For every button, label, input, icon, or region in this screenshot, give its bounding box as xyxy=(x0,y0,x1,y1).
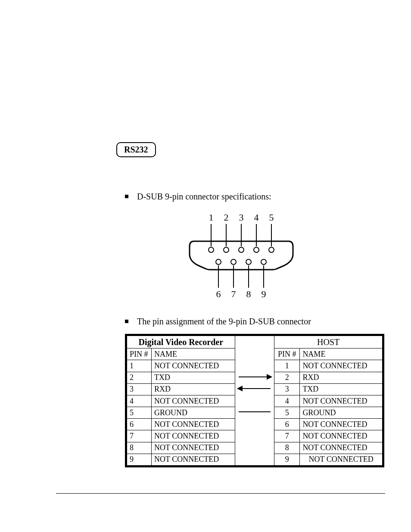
section-label-box: RS232 xyxy=(116,142,156,157)
col-header-name-right: NAME xyxy=(300,348,383,360)
left-name: NOT CONNECTED xyxy=(152,419,235,430)
table-row: Digital Video Recorder xyxy=(126,335,383,348)
col-header-pin-left: PIN # xyxy=(126,348,152,360)
left-name: NOT CONNECTED xyxy=(152,442,235,454)
pin-label-5: 5 xyxy=(269,212,274,223)
pin-label-6: 6 xyxy=(216,289,221,299)
bullet-spec-text: D-SUB 9-pin connector specifications: xyxy=(137,192,271,202)
left-pin: 3 xyxy=(126,383,152,395)
right-pin: 2 xyxy=(274,372,300,383)
col-header-pin-right: PIN # xyxy=(274,348,300,360)
right-name: GROUND xyxy=(300,407,383,419)
left-pin: 9 xyxy=(126,454,152,466)
bullet-icon xyxy=(125,320,128,323)
pin-label-3: 3 xyxy=(239,212,244,223)
dsub9-diagram: 1 2 3 4 5 xyxy=(181,211,302,306)
left-pin: 1 xyxy=(126,360,152,372)
right-pin: 3 xyxy=(274,383,300,395)
section-label: RS232 xyxy=(124,145,148,154)
right-name: TXD xyxy=(300,383,383,395)
left-name: NOT CONNECTED xyxy=(152,360,235,372)
right-pin: 6 xyxy=(274,419,300,430)
right-name: NOT CONNECTED xyxy=(300,430,383,442)
right-name: RXD xyxy=(300,372,383,383)
pin-label-7: 7 xyxy=(231,289,236,299)
right-name: NOT CONNECTED xyxy=(300,442,383,454)
svg-point-13 xyxy=(261,259,266,264)
pin-label-9: 9 xyxy=(262,289,266,299)
pin-label-1: 1 xyxy=(209,212,214,223)
svg-marker-21 xyxy=(238,386,242,391)
right-pin: 8 xyxy=(274,442,300,454)
pin-label-8: 8 xyxy=(246,289,251,299)
right-pin: 9 xyxy=(274,454,300,466)
right-pin: 7 xyxy=(274,430,300,442)
right-title-cell: HOST xyxy=(274,335,383,348)
bullet-assign-text: The pin assignment of the 9-pin D-SUB co… xyxy=(137,317,311,327)
right-pin: 5 xyxy=(274,407,300,419)
footer-rule xyxy=(56,493,385,494)
right-name: NOT CONNECTED xyxy=(300,360,383,372)
left-pin: 7 xyxy=(126,430,152,442)
svg-point-7 xyxy=(239,247,244,252)
connection-column xyxy=(235,335,274,467)
left-pin: 2 xyxy=(126,372,152,383)
left-pin: 4 xyxy=(126,395,152,407)
document-page: RS232 D-SUB 9-pin connector specificatio… xyxy=(0,0,411,532)
svg-point-5 xyxy=(209,247,214,252)
left-pin: 5 xyxy=(126,407,152,419)
svg-point-8 xyxy=(254,247,259,252)
col-header-name-left: NAME xyxy=(152,348,235,360)
svg-point-11 xyxy=(231,259,236,264)
svg-point-9 xyxy=(269,247,274,252)
connection-diagram xyxy=(235,336,274,465)
svg-point-6 xyxy=(224,247,229,252)
left-name: NOT CONNECTED xyxy=(152,395,235,407)
bullet-spec: D-SUB 9-pin connector specifications: xyxy=(125,192,271,202)
pin-assignment-table: Digital Video Recorder xyxy=(125,334,384,467)
left-name: NOT CONNECTED xyxy=(152,430,235,442)
pin-label-2: 2 xyxy=(224,212,229,223)
left-name: RXD xyxy=(152,383,235,395)
bullet-assign: The pin assignment of the 9-pin D-SUB co… xyxy=(125,317,311,327)
right-name: NOT CONNECTED xyxy=(300,454,383,466)
left-name: TXD xyxy=(152,372,235,383)
right-name: NOT CONNECTED xyxy=(300,419,383,430)
left-pin: 8 xyxy=(126,442,152,454)
left-title-cell: Digital Video Recorder xyxy=(126,335,235,348)
left-name: GROUND xyxy=(152,407,235,419)
left-name: NOT CONNECTED xyxy=(152,454,235,466)
left-pin: 6 xyxy=(126,419,152,430)
svg-marker-19 xyxy=(267,375,271,379)
pin-label-4: 4 xyxy=(254,212,259,223)
bullet-icon xyxy=(125,195,128,198)
svg-point-10 xyxy=(216,259,221,264)
right-name: NOT CONNECTED xyxy=(300,395,383,407)
right-pin: 4 xyxy=(274,395,300,407)
svg-point-12 xyxy=(246,259,251,264)
right-pin: 1 xyxy=(274,360,300,372)
